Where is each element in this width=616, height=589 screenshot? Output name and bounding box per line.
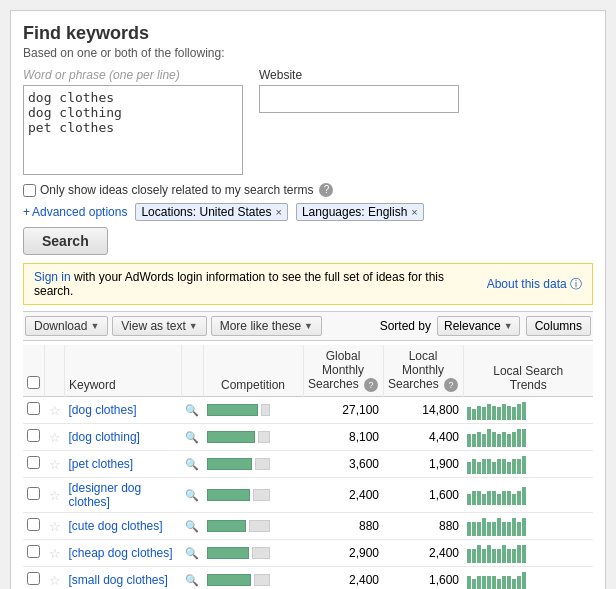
search-button[interactable]: Search [23, 227, 108, 255]
magnifier-icon[interactable]: 🔍 [185, 520, 199, 532]
keywords-table: Keyword Competition Global MonthlySearch… [23, 345, 593, 589]
trend-bar [487, 459, 491, 474]
trend-bars [467, 543, 589, 563]
trend-bar [502, 432, 506, 447]
star-icon[interactable]: ☆ [49, 519, 61, 534]
relevance-label: Relevance [444, 319, 501, 333]
magnifier-icon[interactable]: 🔍 [185, 458, 199, 470]
competition-bar [207, 574, 299, 586]
closely-related-checkbox[interactable] [23, 184, 36, 197]
trend-bar [492, 491, 496, 505]
trend-bar [482, 549, 486, 563]
trend-bar [507, 434, 511, 447]
header-star-col [45, 345, 65, 397]
help-icon[interactable]: ? [319, 183, 333, 197]
location-tag-close[interactable]: × [276, 206, 282, 218]
form-row: Word or phrase (one per line) dog clothe… [23, 68, 593, 175]
row-checkbox[interactable] [27, 402, 40, 415]
trend-bar [477, 491, 481, 505]
checkbox-label[interactable]: Only show ideas closely related to my se… [40, 183, 313, 197]
star-icon[interactable]: ☆ [49, 573, 61, 588]
advanced-row: + Download Advanced options Locations: U… [23, 203, 593, 221]
magnifier-icon[interactable]: 🔍 [185, 431, 199, 443]
trend-chart [463, 540, 593, 567]
view-as-text-button[interactable]: View as text ▼ [112, 316, 206, 336]
download-button[interactable]: Download ▼ [25, 316, 108, 336]
sorted-by-label: Sorted by [380, 319, 431, 333]
columns-button[interactable]: Columns [526, 316, 591, 336]
keyword-link[interactable]: [designer dog clothes] [69, 481, 142, 509]
magnifier-icon[interactable]: 🔍 [185, 547, 199, 559]
star-icon[interactable]: ☆ [49, 546, 61, 561]
trend-bar [482, 459, 486, 474]
local-monthly: 1,900 [383, 451, 463, 478]
more-like-these-button[interactable]: More like these ▼ [211, 316, 322, 336]
row-checkbox[interactable] [27, 429, 40, 442]
website-label: Website [259, 68, 459, 82]
checkbox-row: Only show ideas closely related to my se… [23, 183, 593, 197]
keyword-link[interactable]: [cheap dog clothes] [69, 546, 173, 560]
trend-bars [467, 400, 589, 420]
language-tag-close[interactable]: × [411, 206, 417, 218]
local-monthly: 4,400 [383, 424, 463, 451]
competition-bar [207, 458, 299, 470]
keyword-link[interactable]: [dog clothes] [69, 403, 137, 417]
keyword-link[interactable]: [pet clothes] [69, 457, 134, 471]
competition-bar [207, 520, 299, 532]
row-checkbox[interactable] [27, 572, 40, 585]
trend-bar [467, 576, 471, 589]
trend-bar [512, 579, 516, 589]
header-mag-col [181, 345, 203, 397]
header-global: Global MonthlySearches ? [303, 345, 383, 397]
advanced-options-link[interactable]: + Download Advanced options [23, 205, 127, 219]
local-help-icon[interactable]: ? [444, 378, 458, 392]
signin-link[interactable]: Sign in [34, 270, 71, 284]
competition-fill [207, 574, 251, 586]
trend-bar [482, 518, 486, 536]
row-checkbox[interactable] [27, 545, 40, 558]
keyword-link[interactable]: [cute dog clothes] [69, 519, 163, 533]
keyword-link[interactable]: [small dog clothes] [69, 573, 168, 587]
row-checkbox[interactable] [27, 518, 40, 531]
website-input[interactable] [259, 85, 459, 113]
star-icon[interactable]: ☆ [49, 488, 61, 503]
select-all-checkbox[interactable] [27, 376, 40, 389]
magnifier-icon[interactable]: 🔍 [185, 489, 199, 501]
global-help-icon[interactable]: ? [364, 378, 378, 392]
magnifier-icon[interactable]: 🔍 [185, 404, 199, 416]
location-tag: Locations: United States × [135, 203, 288, 221]
table-row: ☆[cheap dog clothes]🔍 2,9002,400 [23, 540, 593, 567]
trend-bar [497, 407, 501, 420]
download-label: Download [34, 319, 87, 333]
trend-bar [517, 491, 521, 505]
local-monthly: 880 [383, 513, 463, 540]
trend-bar [522, 545, 526, 563]
trend-bar [517, 545, 521, 563]
row-checkbox[interactable] [27, 487, 40, 500]
global-monthly: 3,600 [303, 451, 383, 478]
relevance-button[interactable]: Relevance ▼ [437, 316, 520, 336]
magnifier-icon[interactable]: 🔍 [185, 574, 199, 586]
table-row: ☆[dog clothes]🔍 27,10014,800 [23, 397, 593, 424]
star-icon[interactable]: ☆ [49, 457, 61, 472]
location-tag-label: Locations: United States [141, 205, 271, 219]
trend-bar [507, 549, 511, 563]
keyword-link[interactable]: [dog clothing] [69, 430, 140, 444]
star-icon[interactable]: ☆ [49, 403, 61, 418]
competition-empty [255, 458, 270, 470]
row-checkbox[interactable] [27, 456, 40, 469]
competition-fill [207, 489, 250, 501]
trend-bars [467, 516, 589, 536]
star-icon[interactable]: ☆ [49, 430, 61, 445]
keyword-textarea[interactable]: dog clothes dog clothing pet clothes [23, 85, 243, 175]
toolbar-left: Download ▼ View as text ▼ More like thes… [25, 316, 322, 336]
header-checkbox-col [23, 345, 45, 397]
local-monthly: 1,600 [383, 567, 463, 590]
global-monthly: 2,400 [303, 478, 383, 513]
trend-bar [487, 429, 491, 447]
header-local: Local MonthlySearches ? [383, 345, 463, 397]
trend-bar [517, 522, 521, 536]
competition-fill [207, 547, 249, 559]
about-data-link[interactable]: About this data ⓘ [487, 276, 582, 293]
trend-bars [467, 485, 589, 505]
